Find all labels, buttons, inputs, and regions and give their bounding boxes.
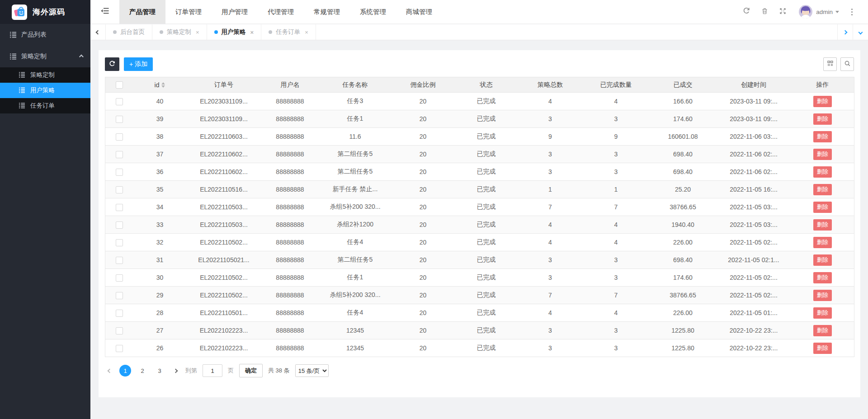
sidebar-item-product-list[interactable]: 产品列表	[0, 24, 90, 46]
row-checkbox[interactable]	[116, 345, 123, 352]
cell-task-name: 第二组任务5	[319, 146, 392, 163]
sidebar-item-label: 任务订单	[30, 102, 82, 110]
cell-username: 88888888	[261, 110, 319, 128]
avatar[interactable]	[799, 5, 812, 19]
chevron-right-icon	[843, 30, 848, 34]
next-page-button[interactable]	[171, 369, 180, 372]
row-checkbox[interactable]	[116, 116, 123, 123]
nav-item-order[interactable]: 订单管理	[165, 0, 212, 24]
row-checkbox[interactable]	[116, 204, 123, 211]
row-checkbox[interactable]	[116, 98, 123, 105]
delete-button[interactable]: 删除	[813, 219, 832, 231]
row-checkbox[interactable]	[116, 186, 123, 193]
delete-button[interactable]: 删除	[813, 149, 832, 160]
clear-cache-button[interactable]	[755, 0, 774, 24]
fullscreen-button[interactable]	[774, 0, 792, 24]
tab-home[interactable]: 后台首页	[106, 24, 152, 40]
col-id[interactable]: id	[133, 77, 187, 93]
delete-button[interactable]: 删除	[813, 96, 832, 107]
row-checkbox[interactable]	[116, 257, 123, 264]
delete-button[interactable]: 删除	[813, 237, 832, 248]
nav-item-general[interactable]: 常规管理	[304, 0, 350, 24]
tab-scroll-right-button[interactable]	[837, 24, 853, 40]
cell-deal: 25.20	[650, 181, 717, 198]
delete-button[interactable]: 删除	[813, 202, 832, 213]
sidebar-item-user-strategy[interactable]: 用户策略	[0, 83, 90, 98]
add-button-label: 添加	[135, 60, 147, 68]
goto-confirm-button[interactable]: 确定	[239, 364, 263, 377]
cell-deal: 698.40	[650, 251, 717, 269]
tab-menu-button[interactable]	[853, 24, 868, 40]
cell-order-no: EL2022110501...	[187, 304, 261, 322]
sidebar-item-task-order[interactable]: 任务订单	[0, 98, 90, 113]
sidebar-item-strategy-group[interactable]: 策略定制	[0, 46, 90, 67]
delete-button[interactable]: 删除	[813, 343, 832, 354]
delete-button[interactable]: 删除	[813, 272, 832, 283]
tab-scroll-left-button[interactable]	[90, 24, 106, 40]
cell-commission: 20	[392, 339, 455, 357]
close-icon[interactable]: ×	[196, 29, 199, 36]
nav-item-mall[interactable]: 商城管理	[396, 0, 442, 24]
tab-task-order[interactable]: 任务订单 ×	[261, 24, 316, 40]
cell-commission: 20	[392, 198, 455, 216]
delete-button[interactable]: 删除	[813, 184, 832, 195]
goto-page-input[interactable]	[203, 364, 222, 377]
nav-item-product[interactable]: 产品管理	[119, 0, 165, 24]
search-toggle-button[interactable]	[840, 57, 854, 71]
row-checkbox[interactable]	[116, 239, 123, 246]
select-all-checkbox[interactable]	[116, 81, 123, 89]
cell-order-no: EL2022110503...	[187, 216, 261, 234]
cell-username: 88888888	[261, 216, 319, 234]
cell-completed: 9	[583, 128, 650, 146]
more-menu-button[interactable]	[846, 0, 857, 24]
prev-page-button[interactable]	[105, 369, 114, 372]
sidebar-collapse-button[interactable]	[90, 0, 119, 24]
columns-toggle-button[interactable]	[823, 57, 837, 71]
tab-strategy-custom[interactable]: 策略定制 ×	[152, 24, 207, 40]
row-checkbox[interactable]	[116, 169, 123, 176]
delete-button[interactable]: 删除	[813, 325, 832, 336]
page-size-select[interactable]: 15 条/页	[295, 364, 329, 377]
tab-bar: 后台首页 策略定制 × 用户策略 × 任务订单 ×	[90, 24, 868, 40]
main-content: +添加	[90, 41, 868, 419]
cell-order-no: EL2023031109...	[187, 93, 261, 110]
refresh-table-button[interactable]	[105, 57, 119, 71]
page-button-2[interactable]: 2	[137, 365, 148, 377]
page-button-3[interactable]: 3	[154, 365, 165, 377]
sort-icon[interactable]	[161, 82, 165, 88]
cell-strategy-total: 3	[518, 339, 583, 357]
header-right-actions: admin	[737, 0, 868, 24]
delete-button[interactable]: 删除	[813, 113, 832, 125]
user-menu[interactable]: admin	[816, 9, 839, 15]
add-button[interactable]: +添加	[124, 57, 153, 71]
row-checkbox[interactable]	[116, 327, 123, 334]
row-checkbox[interactable]	[116, 274, 123, 282]
close-icon[interactable]: ×	[305, 29, 308, 36]
delete-button[interactable]: 删除	[813, 290, 832, 301]
delete-button[interactable]: 删除	[813, 131, 832, 142]
cell-commission: 20	[392, 251, 455, 269]
nav-item-system[interactable]: 系统管理	[350, 0, 396, 24]
chevron-right-icon	[173, 368, 178, 373]
total-count-label: 共 38 条	[268, 367, 290, 375]
sidebar-item-label: 策略定制	[21, 52, 74, 61]
row-checkbox[interactable]	[116, 151, 123, 158]
delete-button[interactable]: 删除	[813, 166, 832, 178]
nav-item-agent[interactable]: 代理管理	[258, 0, 304, 24]
table-row: 38 EL2022110603... 88888888 11.6 20 已完成 …	[105, 128, 854, 146]
row-checkbox[interactable]	[116, 292, 123, 299]
cell-commission: 20	[392, 110, 455, 128]
page-button-1[interactable]: 1	[119, 365, 131, 377]
hamburger-shrink-icon	[101, 8, 109, 16]
sidebar-item-strategy-custom[interactable]: 策略定制	[0, 67, 90, 83]
close-icon[interactable]: ×	[250, 29, 254, 36]
delete-button[interactable]: 删除	[813, 254, 832, 266]
row-checkbox[interactable]	[116, 221, 123, 229]
row-checkbox[interactable]	[116, 133, 123, 141]
cell-completed: 4	[583, 216, 650, 234]
nav-item-user[interactable]: 用户管理	[212, 0, 258, 24]
tab-user-strategy[interactable]: 用户策略 ×	[207, 24, 262, 40]
row-checkbox[interactable]	[116, 310, 123, 317]
delete-button[interactable]: 删除	[813, 307, 832, 319]
refresh-button[interactable]	[737, 0, 755, 24]
